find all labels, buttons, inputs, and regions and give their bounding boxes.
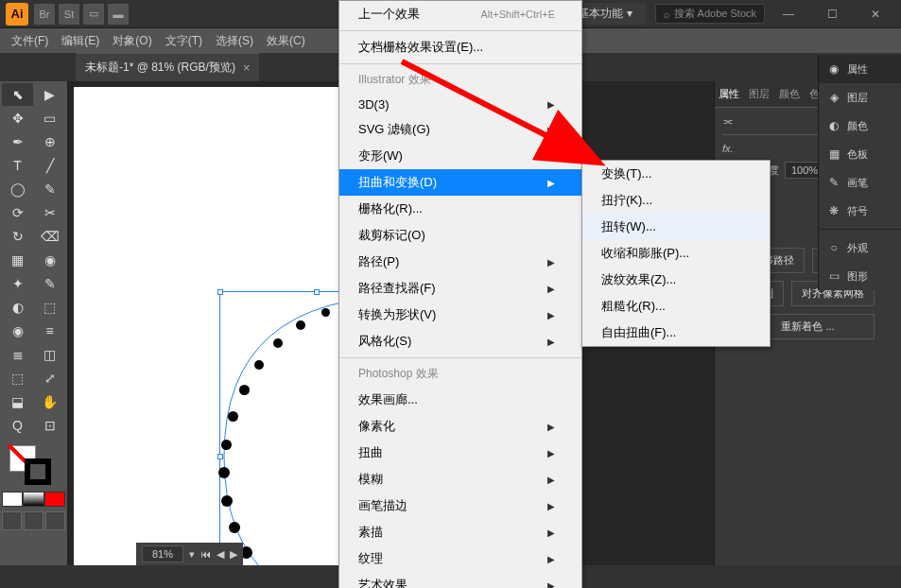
tool-22[interactable]: ≣: [2, 343, 33, 366]
tool-4[interactable]: ✒: [2, 130, 33, 153]
menuitem-风格化(S)[interactable]: 风格化(S)▶: [339, 328, 581, 355]
path-dot: [221, 495, 233, 507]
dock-外观[interactable]: ○外观: [819, 233, 901, 262]
dock-图层[interactable]: ◈图层: [819, 83, 901, 112]
menuitem-变形(W)[interactable]: 变形(W)▶: [339, 143, 581, 169]
tool-18[interactable]: ◐: [2, 296, 33, 319]
nav-prev-icon[interactable]: ◀: [217, 548, 224, 561]
nav-first-icon[interactable]: ⏮: [200, 548, 211, 560]
dock-色板[interactable]: ▦色板: [819, 140, 901, 168]
tab-close-button[interactable]: ×: [243, 61, 251, 75]
dock-符号[interactable]: ❋符号: [819, 197, 901, 225]
tool-27[interactable]: ✋: [34, 390, 65, 413]
tool-25[interactable]: ⤢: [34, 367, 65, 389]
submenuitem-变换(T)...[interactable]: 变换(T)...: [582, 161, 770, 187]
zoom-field[interactable]: 81%: [142, 545, 183, 562]
menuitem-画笔描边[interactable]: 画笔描边▶: [339, 493, 581, 519]
arrange2-icon[interactable]: ▬: [108, 4, 129, 25]
tool-12[interactable]: ↻: [2, 225, 33, 248]
menuitem-裁剪标记(O)[interactable]: 裁剪标记(O): [339, 222, 581, 249]
bridge-icon[interactable]: Br: [34, 4, 55, 25]
menuitem-艺术效果[interactable]: 艺术效果▶: [339, 572, 581, 588]
tool-28[interactable]: Q: [2, 414, 33, 437]
panel-tab-属性[interactable]: 属性: [719, 87, 739, 101]
document-tab[interactable]: 未标题-1* @ 81% (RGB/预览) ×: [76, 53, 259, 81]
tool-15[interactable]: ◉: [34, 249, 65, 271]
外观-icon: ○: [826, 240, 841, 255]
tool-7[interactable]: ╱: [34, 154, 65, 177]
menuitem-转换为形状(V)[interactable]: 转换为形状(V)▶: [339, 302, 581, 328]
fill-stroke-swatch[interactable]: [2, 441, 65, 489]
tool-3[interactable]: ▭: [34, 107, 65, 130]
panel-tab-图层[interactable]: 图层: [749, 87, 770, 101]
link-icon[interactable]: ⫘: [722, 115, 736, 127]
tool-23[interactable]: ◫: [34, 343, 65, 366]
dock-图形[interactable]: ▭图形: [819, 262, 901, 290]
menuitem-模糊[interactable]: 模糊▶: [339, 466, 581, 493]
menu-对象(O)[interactable]: 对象(O): [107, 29, 157, 53]
tool-5[interactable]: ⊕: [34, 130, 65, 153]
stock-icon[interactable]: St: [59, 4, 79, 25]
submenuitem-收缩和膨胀(P)...[interactable]: 收缩和膨胀(P)...: [582, 240, 770, 267]
tool-8[interactable]: ◯: [2, 178, 33, 200]
path-dot: [321, 308, 330, 317]
menu-文字(T)[interactable]: 文字(T): [160, 29, 208, 53]
color-mode-row[interactable]: [2, 492, 65, 507]
fx-icon[interactable]: fx.: [722, 143, 734, 154]
menu-编辑(E)[interactable]: 编辑(E): [56, 29, 105, 53]
menuitem-素描[interactable]: 素描▶: [339, 519, 581, 545]
tool-13[interactable]: ⌫: [34, 225, 65, 248]
menuitem-纹理[interactable]: 纹理▶: [339, 545, 581, 572]
menu-选择(S)[interactable]: 选择(S): [210, 29, 259, 53]
menuitem-上一个效果[interactable]: 上一个效果Alt+Shift+Ctrl+E: [339, 1, 581, 27]
menuitem-SVG 滤镜(G)[interactable]: SVG 滤镜(G)▶: [339, 116, 581, 143]
tool-19[interactable]: ⬚: [34, 296, 65, 319]
tool-9[interactable]: ✎: [34, 178, 65, 200]
submenuitem-扭拧(K)...[interactable]: 扭拧(K)...: [582, 187, 770, 214]
menu-效果(C)[interactable]: 效果(C): [261, 29, 311, 53]
screen-mode-row[interactable]: [2, 511, 65, 530]
stock-search[interactable]: ⌕搜索 Adobe Stock: [655, 4, 765, 24]
符号-icon: ❋: [826, 203, 841, 218]
panel-tab-颜色[interactable]: 颜色: [779, 87, 800, 101]
tool-21[interactable]: ≡: [34, 320, 65, 342]
dock-画笔[interactable]: ✎画笔: [819, 168, 901, 197]
tool-29[interactable]: ⊡: [34, 414, 65, 437]
close-button[interactable]: ✕: [856, 1, 895, 27]
tool-26[interactable]: ⬓: [2, 390, 33, 413]
tool-17[interactable]: ✎: [34, 272, 65, 295]
tool-10[interactable]: ⟳: [2, 201, 33, 224]
menuitem-路径查找器(F)[interactable]: 路径查找器(F)▶: [339, 275, 581, 302]
tool-16[interactable]: ✦: [2, 272, 33, 295]
submenuitem-粗糙化(R)...[interactable]: 粗糙化(R)...: [582, 293, 770, 320]
tool-1[interactable]: ▶: [34, 83, 65, 106]
dock-颜色[interactable]: ◐颜色: [819, 112, 901, 140]
menuitem-栅格化(R)...[interactable]: 栅格化(R)...: [339, 196, 581, 222]
menuitem-3D(3)[interactable]: 3D(3)▶: [339, 93, 581, 116]
menuitem-效果画廊...[interactable]: 效果画廊...: [339, 387, 581, 413]
tool-2[interactable]: ✥: [2, 107, 33, 130]
menuitem-扭曲和变换(D)[interactable]: 扭曲和变换(D)▶: [339, 169, 581, 196]
arrange-icon[interactable]: ▭: [83, 4, 104, 25]
tool-0[interactable]: ⬉: [2, 83, 33, 106]
submenuitem-自由扭曲(F)...[interactable]: 自由扭曲(F)...: [582, 320, 770, 346]
menuitem-像素化[interactable]: 像素化▶: [339, 413, 581, 440]
submenuitem-扭转(W)...[interactable]: 扭转(W)...: [582, 214, 770, 240]
submenuitem-波纹效果(Z)...[interactable]: 波纹效果(Z)...: [582, 267, 770, 293]
menuitem-路径(P)[interactable]: 路径(P)▶: [339, 249, 581, 275]
minimize-button[interactable]: —: [769, 1, 808, 27]
tool-11[interactable]: ✂: [34, 201, 65, 224]
tool-20[interactable]: ◉: [2, 320, 33, 342]
tool-14[interactable]: ▦: [2, 249, 33, 271]
maximize-button[interactable]: ☐: [812, 1, 852, 27]
zoom-dropdown-icon[interactable]: ▾: [189, 548, 195, 561]
nav-next-icon[interactable]: ▶: [230, 548, 237, 561]
menuitem-文档栅格效果设置(E)...[interactable]: 文档栅格效果设置(E)...: [339, 34, 581, 61]
dock-属性[interactable]: ◉属性: [819, 55, 901, 83]
menuitem-扭曲[interactable]: 扭曲▶: [339, 440, 581, 466]
app-logo-ai: Ai: [6, 3, 28, 26]
statusbar: 81% ▾ ⏮ ◀ ▶: [136, 543, 243, 565]
tool-24[interactable]: ⬚: [2, 367, 33, 389]
menu-文件(F)[interactable]: 文件(F): [6, 29, 54, 53]
tool-6[interactable]: T: [2, 154, 33, 177]
